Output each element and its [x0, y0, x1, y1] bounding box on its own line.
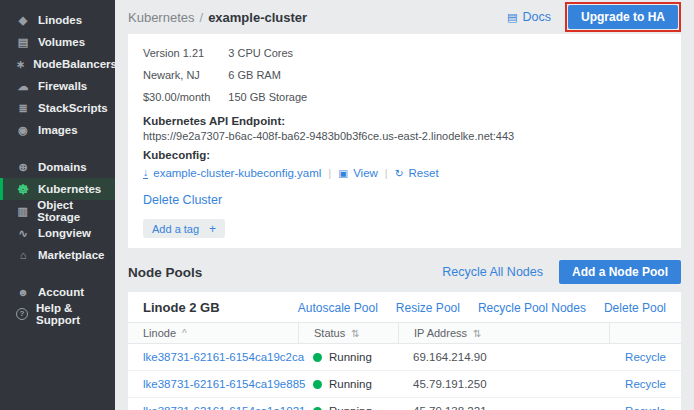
node-status: Running — [298, 405, 398, 410]
spec-price: $30.00/month — [143, 86, 210, 108]
status-label: Running — [329, 405, 372, 410]
sidebar-item-stackscripts[interactable]: ≣ StackScripts — [0, 97, 115, 119]
sidebar-item-volumes[interactable]: ▤ Volumes — [0, 31, 115, 53]
status-label: Running — [329, 351, 372, 363]
recycle-all-nodes-link[interactable]: Recycle All Nodes — [442, 265, 543, 279]
sidebar-item-account[interactable]: ☻ Account — [0, 281, 115, 303]
app-window: ◆ Linodes ▤ Volumes ∗ NodeBalancers ☁ Fi… — [0, 0, 694, 410]
node-actions: Recycle — [609, 351, 681, 363]
delete-pool-link[interactable]: Delete Pool — [604, 301, 666, 315]
node-link[interactable]: lke38731-62161-6154ca19c2ca — [128, 351, 298, 363]
kubeconfig-download-link[interactable]: ↓ example-cluster-kubeconfig.yaml — [143, 167, 321, 179]
sidebar-item-object-storage[interactable]: ▥ Object Storage — [0, 200, 115, 222]
sidebar-item-label: Volumes — [38, 36, 85, 48]
sort-asc-icon: ^ — [182, 328, 187, 339]
sidebar-item-label: Longview — [38, 227, 91, 239]
sidebar-group-compute: ◆ Linodes ▤ Volumes ∗ NodeBalancers ☁ Fi… — [0, 9, 115, 141]
column-label: Status — [314, 327, 345, 339]
sidebar-item-help-support[interactable]: ? Help & Support — [0, 303, 115, 325]
column-label: Linode — [143, 327, 176, 339]
column-header-ip-address[interactable]: IP Address ⇅ — [398, 323, 609, 343]
object-storage-icon: ▥ — [16, 206, 29, 217]
recycle-node-link[interactable]: Recycle — [625, 378, 666, 390]
node-actions: Recycle — [609, 405, 681, 410]
sidebar-item-label: Linodes — [38, 14, 82, 26]
pool-action-links: Autoscale Pool Resize Pool Recycle Pool … — [298, 301, 666, 315]
kubeconfig-filename: example-cluster-kubeconfig.yaml — [153, 167, 321, 179]
delete-cluster-button[interactable]: Delete Cluster — [143, 193, 666, 207]
docs-link[interactable]: ▤ Docs — [507, 10, 551, 24]
autoscale-pool-link[interactable]: Autoscale Pool — [298, 301, 378, 315]
sidebar-item-label: Object Storage — [37, 199, 115, 223]
view-label: View — [353, 167, 378, 179]
node-link[interactable]: lke38731-62161-6154ca1a1021 — [128, 405, 298, 410]
sidebar-item-firewalls[interactable]: ☁ Firewalls — [0, 75, 115, 97]
table-row: lke38731-62161-6154ca19c2ca Running 69.1… — [128, 344, 681, 371]
breadcrumb-cluster-name: example-cluster — [208, 10, 307, 25]
sidebar-item-label: Images — [38, 124, 78, 136]
add-node-pool-button[interactable]: Add a Node Pool — [559, 260, 681, 284]
sidebar-item-domains[interactable]: ⊕ Domains — [0, 156, 115, 178]
page-header: Kubernetes / example-cluster ▤ Docs Upgr… — [115, 0, 694, 34]
sidebar-item-label: Help & Support — [36, 302, 115, 326]
recycle-pool-nodes-link[interactable]: Recycle Pool Nodes — [478, 301, 586, 315]
node-ip: 69.164.214.90 — [398, 351, 609, 363]
table-row: lke38731-62161-6154ca1a1021 Running 45.7… — [128, 398, 681, 410]
link-separator: | — [385, 167, 388, 179]
table-row: lke38731-62161-6154ca19e885 Running 45.7… — [128, 371, 681, 398]
volumes-icon: ▤ — [16, 37, 30, 48]
account-icon: ☻ — [16, 287, 30, 298]
sidebar-item-longview[interactable]: ∿ Longview — [0, 222, 115, 244]
add-tag-label: Add a tag — [152, 223, 199, 235]
upgrade-to-ha-button[interactable]: Upgrade to HA — [568, 5, 678, 29]
node-pools-actions: Recycle All Nodes Add a Node Pool — [442, 260, 681, 284]
column-header-linode[interactable]: Linode ^ — [128, 323, 298, 343]
kubeconfig-reset-link[interactable]: ↻ Reset — [395, 167, 439, 179]
sidebar-item-label: NodeBalancers — [33, 58, 117, 70]
sidebar-item-label: Account — [38, 286, 84, 298]
docs-label: Docs — [523, 10, 551, 24]
longview-icon: ∿ — [16, 228, 30, 239]
sidebar-item-marketplace[interactable]: ⌂ Marketplace — [0, 244, 115, 266]
reset-label: Reset — [409, 167, 439, 179]
status-label: Running — [329, 378, 372, 390]
plus-icon: + — [209, 222, 216, 236]
resize-pool-link[interactable]: Resize Pool — [396, 301, 460, 315]
recycle-node-link[interactable]: Recycle — [625, 405, 666, 410]
node-link[interactable]: lke38731-62161-6154ca19e885 — [128, 378, 298, 390]
recycle-node-link[interactable]: Recycle — [625, 351, 666, 363]
firewalls-icon: ☁ — [16, 81, 30, 92]
domains-icon: ⊕ — [16, 162, 30, 173]
sidebar-item-label: Firewalls — [38, 80, 87, 92]
kubernetes-icon: ☸ — [16, 183, 30, 196]
kubeconfig-actions: ↓ example-cluster-kubeconfig.yaml | ▣ Vi… — [143, 167, 666, 179]
sort-icon: ⇅ — [473, 328, 481, 339]
sidebar-item-linodes[interactable]: ◆ Linodes — [0, 9, 115, 31]
node-status: Running — [298, 351, 398, 363]
column-header-status[interactable]: Status ⇅ — [298, 323, 398, 343]
nodes-table-header: Linode ^ Status ⇅ IP Address ⇅ — [128, 322, 681, 344]
header-actions: ▤ Docs Upgrade to HA — [507, 2, 681, 32]
api-endpoint-value: https://9e2a7307-b6ac-408f-ba62-9483b0b3… — [143, 130, 666, 142]
sidebar: ◆ Linodes ▤ Volumes ∗ NodeBalancers ☁ Fi… — [0, 0, 115, 410]
spec-storage: 150 GB Storage — [228, 86, 307, 108]
sidebar-item-kubernetes[interactable]: ☸ Kubernetes — [0, 178, 115, 200]
sidebar-item-nodebalancers[interactable]: ∗ NodeBalancers — [0, 53, 115, 75]
column-header-actions — [609, 323, 681, 343]
node-ip: 45.79.191.250 — [398, 378, 609, 390]
column-label: IP Address — [414, 327, 467, 339]
stackscripts-icon: ≣ — [16, 103, 30, 114]
add-tag-button[interactable]: Add a tag + — [143, 219, 225, 238]
main-content: Kubernetes / example-cluster ▤ Docs Upgr… — [115, 0, 694, 410]
sidebar-item-label: Kubernetes — [38, 183, 101, 195]
view-icon: ▣ — [338, 168, 348, 179]
status-running-dot — [313, 380, 322, 389]
sidebar-item-images[interactable]: ◉ Images — [0, 119, 115, 141]
sidebar-group-account: ☻ Account ? Help & Support — [0, 281, 115, 325]
breadcrumb-section-link[interactable]: Kubernetes — [128, 10, 195, 25]
linodes-icon: ◆ — [16, 15, 30, 26]
spec-cpu: 3 CPU Cores — [228, 42, 307, 64]
cluster-specs: Version 1.21 3 CPU Cores Newark, NJ 6 GB… — [143, 42, 666, 108]
node-pools-header: Node Pools Recycle All Nodes Add a Node … — [128, 260, 681, 284]
kubeconfig-view-link[interactable]: ▣ View — [338, 167, 378, 179]
